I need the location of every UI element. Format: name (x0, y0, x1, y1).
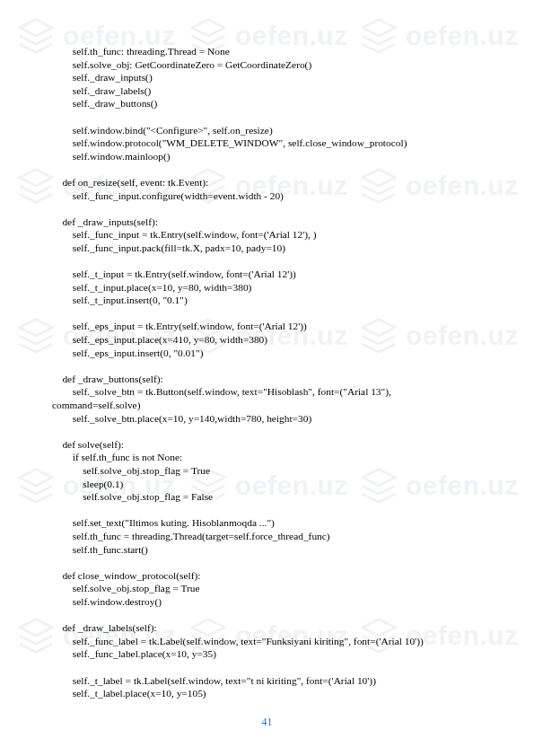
page-content: self.th_func: threading.Thread = None se… (0, 0, 534, 756)
code-block: self.th_func: threading.Thread = None se… (52, 45, 482, 700)
page-number: 41 (0, 716, 534, 729)
